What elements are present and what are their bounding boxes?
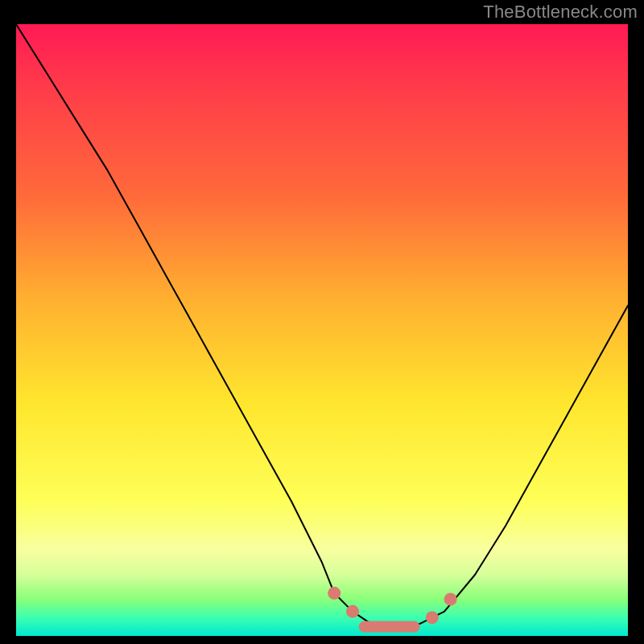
optimal-start — [328, 587, 341, 600]
optimal-pill — [359, 621, 420, 633]
plot-area — [16, 24, 628, 636]
optimal-end — [444, 592, 457, 605]
optimal-mid-1 — [346, 605, 359, 618]
bottleneck-curve — [16, 24, 628, 630]
chart-stage: TheBottleneck.com — [0, 0, 644, 644]
optimal-mid-2 — [426, 611, 439, 624]
optimal-markers — [328, 587, 456, 633]
watermark-text: TheBottleneck.com — [483, 2, 638, 23]
curve-layer — [16, 24, 628, 636]
